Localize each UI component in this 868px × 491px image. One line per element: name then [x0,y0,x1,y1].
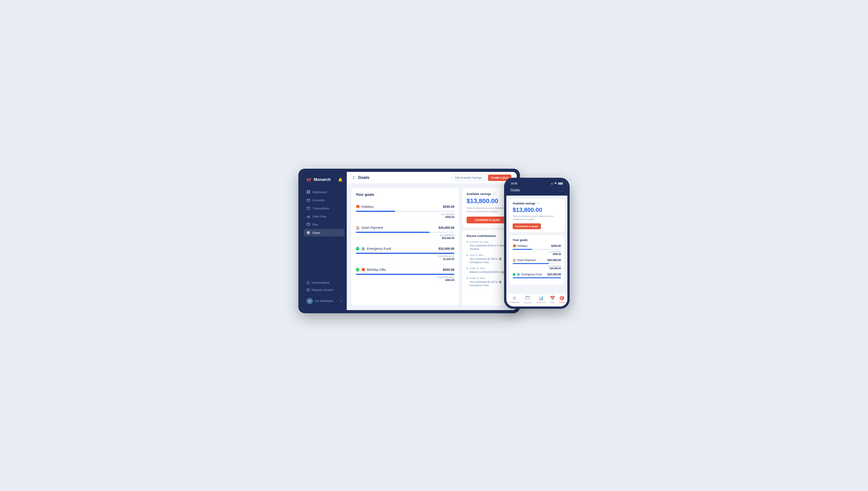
phone-goal-item-down-payment: 🏠 Down Payment $20,000.00 IN 6 MONTHS $2… [513,259,561,270]
goal-header: 🎁 Holidays $200.00 [356,205,454,208]
sidebar-item-dashboard[interactable]: Dashboard [304,188,345,196]
phone-dashboard-icon: ⊞ [513,296,516,300]
sidebar: Monarch 🔔 Dashboard [302,172,347,310]
user-menu[interactable]: JS Jon Sutherland ▾ [304,296,345,307]
phone-goal-amount: $200.00 [551,244,561,248]
goal-meta: IN 6 MONTHS $25,000.00 [356,234,454,239]
phone-goal-meta: IN 1 MONTH [513,251,561,253]
phone-dashboard-label: Dashboard [509,301,519,304]
phone-progress-fill [513,277,561,278]
goal-header: ✓ 🎁 Birthday Gifts $300.00 [356,268,454,271]
phone-goal-meta: IN 6 MONTHS [513,265,561,267]
goal-item-down-payment: 🏠 Down Payment $20,000.00 IN 6 MONTH [356,222,454,243]
phone-plan-label: Plan [550,301,554,304]
svg-rect-4 [307,199,310,201]
savings-amount: $13,800.00 [466,197,508,205]
phone-cashflow-label: Cash Flow [536,301,546,304]
dashboard-icon [306,190,310,194]
contribute-to-goals-button[interactable]: Contribute to goals [466,216,508,223]
request-feature-button[interactable]: Request a feature [304,287,345,293]
feedback-icon [306,281,310,284]
goal-meta-amount: $500.00 [441,216,454,219]
sidebar-item-accounts[interactable]: Accounts [304,196,345,204]
edit-savings-button[interactable]: Edit Available Savings [452,175,485,181]
sidebar-item-transactions[interactable]: Transactions [304,204,345,212]
sidebar-navigation: Dashboard Accounts [302,188,347,279]
transactions-label: Transactions [313,207,329,210]
goal-meta-amount: $300.00 [437,279,454,281]
phone-goals-icon: 🎯 [559,296,564,300]
phone-progress-fill [513,263,549,264]
phone-bottom-nav: ⊞ Dashboard Accounts 📊 Cash Fl [506,294,567,307]
sidebar-item-cashflow[interactable]: Cash Flow [304,212,345,220]
phone-progress-bg [513,277,561,278]
sidebar-item-plan[interactable]: Plan [304,221,345,228]
svg-rect-2 [307,192,308,194]
phone-goal-header: 🏠 Down Payment $20,000.00 [513,259,561,262]
plan-icon [306,223,310,226]
svg-rect-9 [307,223,310,226]
progress-bar-bg [356,211,454,212]
goal-amount: $20,000.00 [438,226,454,229]
phone-savings-description: Total of selected account balances minus… [513,215,561,221]
progress-bar-bg [356,232,454,233]
svg-rect-6 [307,217,307,218]
send-feedback-button[interactable]: Send feedback [304,279,345,286]
phone-more-button[interactable]: ... [559,188,563,193]
goal-meta-label: IN 1 MONTH [441,213,454,216]
phone-goal-name: 🏠 Down Payment [513,259,536,262]
phone-scroll-content[interactable]: Available savings i $13,800.00 Total of … [506,196,567,294]
content-area: Your goals 🎁 Holidays $200.00 [347,183,517,310]
scene: Monarch 🔔 Dashboard [298,169,570,322]
phone-nav-cashflow[interactable]: 📊 Cash Flow [536,296,546,304]
page-title: Goals [358,175,449,180]
goal-emoji: 🏦 [361,247,365,251]
contribution-date: JUNE 15, 2020 [466,277,508,279]
phone-cashflow-icon: 📊 [538,296,543,300]
goal-name: 🏠 Down Payment [356,226,383,229]
phone-status-right: ▲ ▮▮▮ [551,182,563,185]
goal-meta: 2 MONTHS AGO $1,000.00 [356,255,454,260]
phone-goal-amount: $20,000.00 [547,259,561,262]
monarch-logo-icon [306,176,312,183]
svg-point-14 [307,289,309,291]
contribution-dot [466,267,468,269]
phone-device: 12:22 ▲ ▮▮▮ Goals ... [504,178,570,309]
goal-meta: IN 1 MONTH $500.00 [356,213,454,219]
tablet-screen: Monarch 🔔 Dashboard [302,172,517,310]
phone-goal-check: ✓ [513,273,516,276]
menu-icon[interactable]: ☰ [352,175,355,180]
phone-nav-dashboard[interactable]: ⊞ Dashboard [509,296,519,304]
transactions-icon [306,206,310,210]
phone-screen: 12:22 ▲ ▮▮▮ Goals ... [506,180,567,307]
goal-name: ✓ 🎁 Birthday Gifts [356,268,386,271]
topbar-actions: Edit Available Savings Create a goal [452,175,511,181]
phone-nav-plan[interactable]: 📅 Plan [550,296,555,304]
notification-bell-icon[interactable]: 🔔 [338,177,343,182]
phone-nav-accounts[interactable]: Accounts [523,296,532,304]
svg-rect-3 [308,192,310,194]
goal-header: 🏠 Down Payment $20,000.00 [356,226,454,229]
phone-goal-meta-amount: $500.00 [513,253,561,255]
progress-bar-fill [356,232,430,233]
phone-goal-item-holidays: 🎁 Holidays $200.00 IN 1 MONTH $500.00 [513,244,561,255]
sidebar-logo: Monarch 🔔 [302,172,347,188]
phone-contribute-button[interactable]: Contribute to goals [513,223,541,229]
goal-meta: 6 MONTHS AGO $300.00 [356,276,454,281]
phone-goal-header: ✓ 🏦 Emergency Fund $10,000.00 [513,273,561,276]
sidebar-item-goals[interactable]: Goals [304,229,345,236]
contribution-date: JUNE 15, 2020 [466,267,508,269]
dashboard-label: Dashboard [313,191,327,194]
goals-icon [306,231,310,234]
contribution-dot [466,277,468,279]
savings-card-title: Available savings i [466,192,508,196]
progress-bar-fill [356,211,395,212]
phone-nav-goals[interactable]: 🎯 Goals [559,296,564,304]
main-content: ☰ Goals Edit Available Savings Create a … [347,172,517,310]
phone-info-icon: i [536,202,539,205]
phone-savings-amount: $13,800.00 [513,206,561,213]
phone-goal-meta-amount: $25,000.00 [513,267,561,270]
contribution-item: AUGUST 20, 2020 You contributed $100 to … [466,241,508,251]
phone-goals-label: Goals [559,301,564,304]
tablet-device: Monarch 🔔 Dashboard [298,169,520,313]
